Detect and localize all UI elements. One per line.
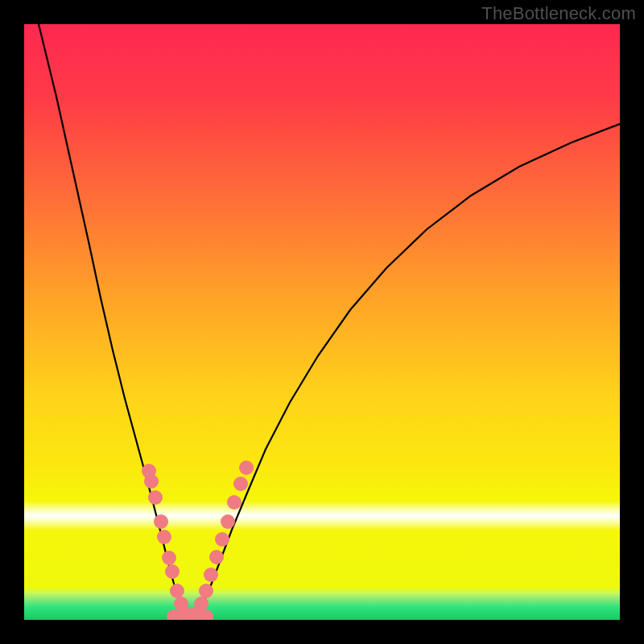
marker-left-markers	[154, 514, 168, 529]
chart-frame: TheBottleneck.com	[0, 0, 644, 644]
marker-left-markers	[144, 474, 159, 489]
marker-right-markers	[221, 514, 235, 529]
marker-right-markers	[215, 532, 229, 547]
marker-right-markers	[209, 550, 224, 564]
plot-area	[24, 24, 620, 620]
marker-left-markers	[170, 584, 184, 598]
series-right-branch	[196, 124, 620, 618]
marker-left-markers	[148, 490, 163, 505]
series-left-branch	[39, 24, 188, 618]
watermark-text: TheBottleneck.com	[481, 3, 636, 24]
marker-right-markers	[239, 460, 254, 475]
curve-markers	[142, 460, 254, 620]
marker-right-markers	[204, 568, 218, 582]
marker-left-markers	[157, 530, 171, 544]
marker-right-markers	[199, 584, 213, 598]
marker-right-markers	[233, 477, 248, 491]
marker-left-markers	[162, 551, 176, 565]
curve-layer	[24, 24, 620, 620]
marker-right-markers	[227, 495, 242, 510]
marker-left-markers	[165, 564, 180, 579]
marker-right-markers	[194, 597, 208, 611]
curve-lines	[39, 24, 620, 618]
